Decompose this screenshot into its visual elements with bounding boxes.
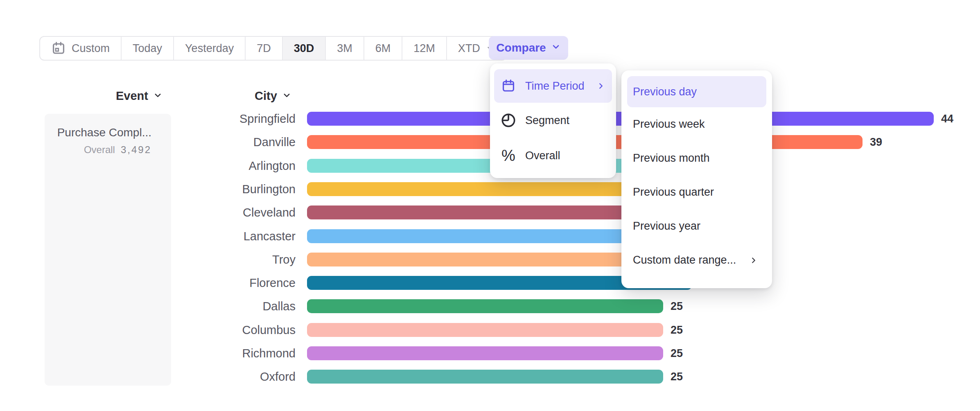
date-range-12m[interactable]: 12M xyxy=(402,37,446,60)
bar-value-label: 39 xyxy=(870,135,882,149)
city-column-header-label: City xyxy=(255,89,277,103)
bar-category-label: Burlington xyxy=(176,182,296,196)
bar-category-label: Springfield xyxy=(176,112,296,126)
chevron-down-icon xyxy=(153,89,163,103)
bar-value-label: 25 xyxy=(671,370,683,384)
bar-richmond[interactable] xyxy=(307,346,663,360)
bar-value-label: 25 xyxy=(671,323,683,337)
menu-item-previous-year[interactable]: Previous year xyxy=(627,209,766,243)
menu-item-label: Segment xyxy=(525,114,569,127)
date-range-label: 7D xyxy=(257,42,271,55)
menu-item-previous-day[interactable]: Previous day xyxy=(627,76,766,107)
menu-item-label: Previous year xyxy=(633,220,700,233)
menu-item-label: Time Period xyxy=(525,80,585,93)
chevron-right-icon xyxy=(749,256,758,265)
menu-item-label: Previous month xyxy=(633,152,710,165)
chevron-down-icon xyxy=(282,89,291,103)
overall-value: 3,492 xyxy=(121,144,151,155)
bar-oxford[interactable] xyxy=(307,370,663,384)
bar-category-label: Danville xyxy=(176,135,296,149)
bar-category-label: Oxford xyxy=(176,370,296,384)
bar-category-label: Cleveland xyxy=(176,206,296,219)
bar-springfield[interactable] xyxy=(307,112,934,126)
menu-item-label: Overall xyxy=(525,149,560,162)
overall-label: Overall xyxy=(84,144,115,155)
menu-item-label: Custom date range... xyxy=(633,254,736,266)
calendar-icon xyxy=(51,41,66,56)
bar-category-label: Richmond xyxy=(176,346,296,360)
event-name[interactable]: Purchase Compl... xyxy=(53,126,151,139)
date-range-custom[interactable]: Custom xyxy=(40,37,121,60)
event-panel: Purchase Compl... Overall3,492 xyxy=(45,114,171,386)
bar-category-label: Arlington xyxy=(176,159,296,173)
menu-item-previous-week[interactable]: Previous week xyxy=(627,107,766,141)
city-column-header[interactable]: City xyxy=(255,89,291,103)
date-range-yesterday[interactable]: Yesterday xyxy=(173,37,245,60)
bar-category-label: Florence xyxy=(176,276,296,290)
date-range-label: Today xyxy=(133,42,162,55)
bar-category-label: Troy xyxy=(176,253,296,266)
date-range-label: 3M xyxy=(337,42,352,55)
bar-dallas[interactable] xyxy=(307,299,663,313)
menu-item-label: Previous quarter xyxy=(633,186,714,199)
menu-item-previous-month[interactable]: Previous month xyxy=(627,141,766,175)
date-range-label: Custom xyxy=(72,42,110,55)
menu-item-label: Previous day xyxy=(633,86,697,98)
menu-item-overall[interactable]: %Overall xyxy=(494,138,612,173)
event-overall-row: Overall3,492 xyxy=(53,144,151,156)
date-range-label: 12M xyxy=(413,42,435,55)
percent-icon: % xyxy=(500,147,517,165)
date-range-7d[interactable]: 7D xyxy=(245,37,282,60)
date-range-label: Yesterday xyxy=(185,42,234,55)
compare-button[interactable]: Compare xyxy=(489,36,568,60)
calendar-icon xyxy=(500,79,517,93)
bar-value-label: 44 xyxy=(941,112,953,126)
date-range-6m[interactable]: 6M xyxy=(364,37,402,60)
date-range-30d[interactable]: 30D xyxy=(282,37,325,60)
bar-category-label: Columbus xyxy=(176,323,296,337)
date-range-label: 6M xyxy=(375,42,391,55)
bar-category-label: Lancaster xyxy=(176,229,296,243)
time-period-submenu: Previous dayPrevious weekPrevious monthP… xyxy=(621,70,772,288)
date-range-label: XTD xyxy=(458,42,480,55)
segment-icon xyxy=(500,112,517,129)
bar-value-label: 25 xyxy=(671,346,683,360)
bar-value-label: 25 xyxy=(671,299,683,313)
date-range-3m[interactable]: 3M xyxy=(325,37,364,60)
menu-item-segment[interactable]: Segment xyxy=(494,103,612,138)
event-column-header[interactable]: Event xyxy=(116,89,163,103)
menu-item-custom-date-range[interactable]: Custom date range... xyxy=(627,243,766,277)
date-range-label: 30D xyxy=(294,42,314,55)
compare-button-label: Compare xyxy=(496,41,546,54)
date-range-today[interactable]: Today xyxy=(121,37,173,60)
menu-item-previous-quarter[interactable]: Previous quarter xyxy=(627,175,766,209)
bar-category-label: Dallas xyxy=(176,299,296,313)
menu-item-label: Previous week xyxy=(633,118,705,131)
event-column-header-label: Event xyxy=(116,89,148,103)
compare-dropdown-menu: Time Period Segment%Overall xyxy=(490,63,616,178)
chevron-down-icon xyxy=(551,41,561,54)
bar-columbus[interactable] xyxy=(307,323,663,337)
menu-item-time-period[interactable]: Time Period xyxy=(494,69,612,103)
chevron-right-icon xyxy=(596,81,605,90)
date-range-toolbar: CustomTodayYesterday7D30D3M6M12MXTD xyxy=(39,36,507,61)
